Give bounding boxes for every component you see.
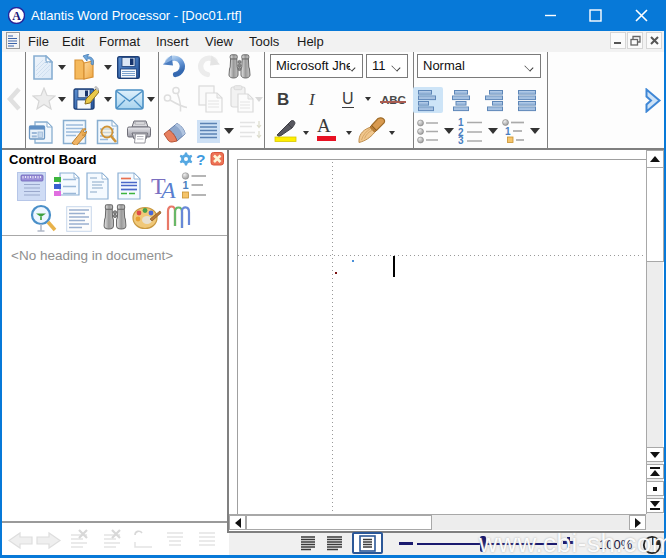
svg-text:?: ? [196, 152, 205, 166]
svg-text:3: 3 [458, 135, 464, 144]
svg-text:A: A [12, 9, 21, 23]
svg-text:1: 1 [183, 179, 189, 191]
svg-text:1: 1 [505, 126, 511, 137]
svg-text:A: A [159, 177, 176, 200]
